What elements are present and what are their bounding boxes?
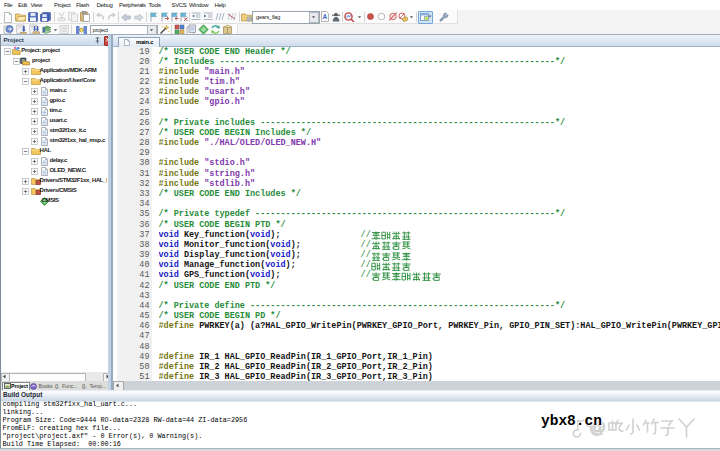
svg-text:A: A	[322, 13, 327, 20]
